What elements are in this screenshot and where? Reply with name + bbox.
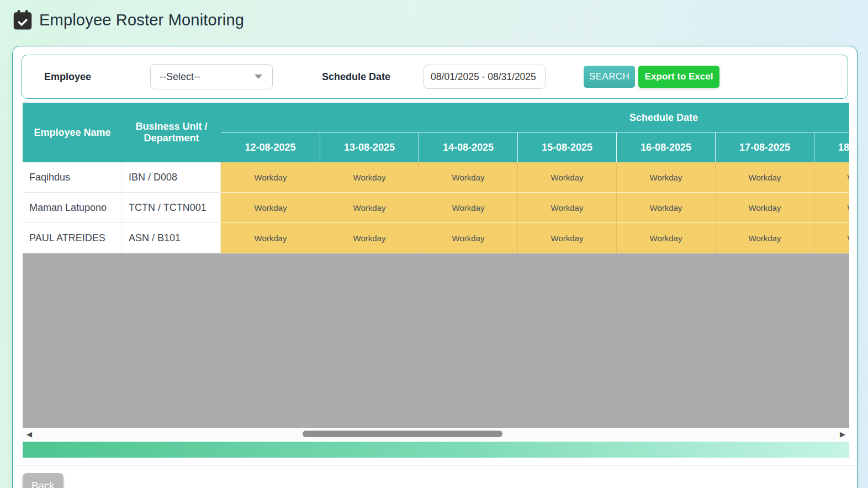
schedule-date-label: Schedule Date — [322, 71, 390, 83]
column-header-employee-name[interactable]: Employee Name — [23, 103, 122, 162]
roster-table: Employee Name Business Unit / Department… — [23, 103, 849, 253]
table-row: PAUL ATREIDES ASN / B101 Workday Workday… — [23, 223, 849, 253]
employee-name-cell: PAUL ATREIDES — [23, 223, 122, 253]
roster-table-viewport: Employee Name Business Unit / Department… — [23, 103, 849, 253]
column-header-date[interactable]: 12-08-2025 — [221, 132, 320, 162]
business-unit-cell: IBN / D008 — [122, 162, 221, 193]
column-header-date[interactable]: 17-08-2025 — [715, 132, 814, 162]
schedule-cell: Workday — [616, 193, 715, 223]
schedule-cell: Workday — [715, 162, 814, 193]
schedule-cell: Workday — [715, 193, 814, 223]
schedule-cell: Workday — [814, 223, 849, 253]
schedule-cell: Workday — [517, 162, 616, 193]
schedule-cell: Workday — [320, 223, 419, 253]
export-to-excel-button[interactable]: Export to Excel — [638, 66, 719, 88]
column-header-business-unit[interactable]: Business Unit / Department — [122, 103, 221, 162]
schedule-cell: Workday — [221, 193, 320, 223]
schedule-cell: Workday — [221, 162, 320, 193]
schedule-cell: Workday — [715, 223, 814, 253]
schedule-cell: Workday — [517, 223, 616, 253]
calendar-check-icon — [12, 9, 33, 31]
scroll-right-arrow-icon[interactable]: ▶ — [840, 431, 845, 438]
page-title: Employee Roster Monitoring — [39, 11, 244, 29]
page-header: Employee Roster Monitoring — [12, 9, 244, 31]
schedule-cell: Workday — [419, 223, 517, 253]
filter-bar: Employee --Select-- Schedule Date SEARCH… — [22, 55, 848, 99]
scrollbar-thumb[interactable] — [303, 431, 502, 437]
table-footer-progress-bar — [23, 442, 849, 458]
card-footer: Back — [13, 465, 857, 488]
column-header-date[interactable]: 15-08-2025 — [517, 132, 616, 162]
column-header-date[interactable]: 14-08-2025 — [419, 132, 517, 162]
table-row: Maman Latupono TCTN / TCTN001 Workday Wo… — [23, 193, 849, 223]
horizontal-scrollbar[interactable]: ◀ ▶ — [23, 428, 849, 440]
empty-grid-area — [23, 253, 849, 428]
employee-select-value: --Select-- — [160, 71, 200, 83]
search-button[interactable]: SEARCH — [584, 66, 635, 88]
schedule-cell: Workday — [221, 223, 320, 253]
employee-name-cell: Faqihdus — [23, 162, 122, 193]
date-range-input[interactable] — [424, 65, 546, 89]
business-unit-cell: TCTN / TCTN001 — [122, 193, 221, 223]
schedule-cell: Workday — [320, 162, 419, 193]
column-header-date[interactable]: 13-08-2025 — [320, 132, 419, 162]
schedule-cell: Workday — [419, 193, 517, 223]
chevron-down-icon — [255, 75, 262, 79]
schedule-cell: Workday — [616, 162, 715, 193]
column-group-schedule-date: Schedule Date — [221, 103, 849, 132]
employee-select[interactable]: --Select-- — [150, 64, 273, 89]
schedule-cell: Workday — [814, 193, 849, 223]
table-row: Faqihdus IBN / D008 Workday Workday Work… — [23, 162, 849, 193]
schedule-cell: Workday — [320, 193, 419, 223]
business-unit-cell: ASN / B101 — [122, 223, 221, 253]
scroll-left-arrow-icon[interactable]: ◀ — [27, 431, 32, 438]
column-header-date[interactable]: 18-08-2025 — [814, 132, 849, 162]
back-button[interactable]: Back — [23, 473, 63, 488]
schedule-cell: Workday — [616, 223, 715, 253]
employee-name-cell: Maman Latupono — [23, 193, 122, 223]
column-header-date[interactable]: 16-08-2025 — [616, 132, 715, 162]
roster-card: Employee --Select-- Schedule Date SEARCH… — [12, 46, 858, 488]
schedule-cell: Workday — [419, 162, 517, 193]
schedule-cell: Workday — [814, 162, 849, 193]
employee-label: Employee — [44, 71, 91, 83]
schedule-cell: Workday — [517, 193, 616, 223]
